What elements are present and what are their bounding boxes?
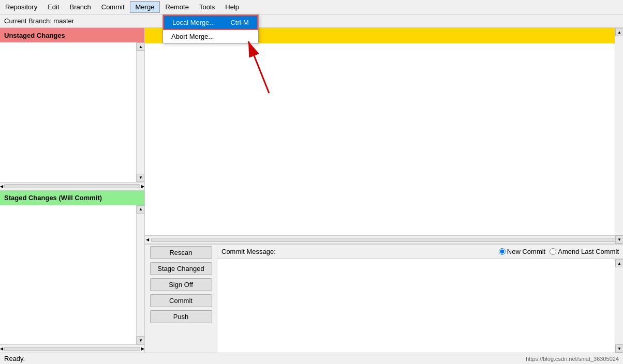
local-merge-shortcut: Ctrl-M: [230, 19, 248, 26]
staged-list-with-scrollbar: ▲ ▼: [0, 205, 144, 345]
commit-msg-content: ▲ ▼: [217, 259, 623, 353]
diff-scroll-up[interactable]: ▲: [615, 28, 623, 36]
unstaged-scroll-up[interactable]: ▲: [137, 42, 144, 51]
local-merge-label: Local Merge...: [172, 19, 215, 26]
diff-scroll-down[interactable]: ▼: [615, 235, 623, 244]
stage-changed-button[interactable]: Stage Changed: [150, 262, 212, 275]
staged-list[interactable]: [0, 205, 136, 345]
commit-button[interactable]: Commit: [150, 294, 212, 307]
rescan-button[interactable]: Rescan: [150, 246, 212, 259]
diff-vscrollbar[interactable]: ▲ ▼: [615, 28, 623, 244]
commit-msg-header: Commit Message: New Commit Amend Last Co…: [217, 245, 623, 259]
menu-branch[interactable]: Branch: [65, 2, 96, 12]
amend-commit-label: Amend Last Commit: [558, 248, 619, 255]
status-text: Ready.: [4, 355, 25, 362]
commit-msg-vscrollbar[interactable]: ▲ ▼: [615, 259, 623, 353]
new-commit-radio[interactable]: [499, 248, 506, 255]
menu-abort-merge[interactable]: Abort Merge...: [163, 30, 258, 43]
staged-section: Staged Changes (Will Commit) ▲ ▼ ◀ ▶: [0, 191, 144, 353]
menu-repository[interactable]: Repository: [0, 2, 42, 12]
right-panel: ▲ ▼ ◀ ▶ Rescan Stage Changed Sign Off Co…: [145, 28, 623, 353]
unstaged-list[interactable]: [0, 42, 136, 182]
menu-edit[interactable]: Edit: [42, 2, 64, 12]
menu-merge[interactable]: Merge: [130, 1, 160, 13]
unstaged-vscrollbar[interactable]: ▲ ▼: [136, 42, 144, 182]
menu-tools[interactable]: Tools: [194, 2, 220, 12]
diff-scroll-track: [615, 36, 623, 235]
statusbar-url: https://blog.csdn.net/sinat_36305024: [526, 356, 619, 362]
amend-commit-radio[interactable]: [550, 248, 556, 255]
current-branch-text: Current Branch: master: [4, 17, 74, 25]
staged-scroll-down[interactable]: ▼: [137, 336, 144, 344]
unstaged-hscroll-left[interactable]: ◀: [0, 184, 3, 189]
diff-hscrollbar[interactable]: ◀ ▶: [145, 235, 623, 244]
main-content: Unstaged Changes ▲ ▼ ◀ ▶ Staged Changes …: [0, 28, 623, 353]
staged-vscrollbar[interactable]: ▲ ▼: [136, 205, 144, 345]
unstaged-hscroll-track[interactable]: [4, 184, 140, 188]
staged-hscrollbar[interactable]: ◀ ▶: [0, 344, 144, 353]
staged-scroll-track: [137, 214, 144, 337]
sign-off-button[interactable]: Sign Off: [150, 278, 212, 291]
staged-hscroll-left[interactable]: ◀: [0, 346, 3, 351]
diff-content: [145, 43, 623, 235]
unstaged-header: Unstaged Changes: [0, 28, 144, 42]
abort-merge-label: Abort Merge...: [171, 33, 214, 40]
unstaged-hscrollbar[interactable]: ◀ ▶: [0, 182, 144, 190]
staged-hscroll-right[interactable]: ▶: [141, 346, 144, 351]
commit-area: Rescan Stage Changed Sign Off Commit Pus…: [145, 244, 623, 353]
commit-scroll-track: [615, 267, 623, 344]
menu-commit[interactable]: Commit: [96, 2, 130, 12]
menubar: Repository Edit Branch Commit Merge Remo…: [0, 0, 623, 14]
commit-scroll-up[interactable]: ▲: [615, 259, 623, 267]
amend-commit-option[interactable]: Amend Last Commit: [550, 248, 619, 255]
menu-help[interactable]: Help: [220, 2, 244, 12]
unstaged-hscroll-right[interactable]: ▶: [141, 184, 144, 189]
merge-dropdown: Local Merge... Ctrl-M Abort Merge...: [162, 14, 259, 43]
push-button[interactable]: Push: [150, 310, 212, 323]
staged-scroll-up[interactable]: ▲: [137, 205, 144, 214]
commit-scroll-down[interactable]: ▼: [615, 344, 623, 353]
statusbar: Ready. https://blog.csdn.net/sinat_36305…: [0, 353, 623, 364]
diff-hscroll-left[interactable]: ◀: [145, 237, 150, 242]
staged-hscroll-track[interactable]: [4, 347, 140, 351]
new-commit-option[interactable]: New Commit: [499, 248, 545, 255]
left-panel: Unstaged Changes ▲ ▼ ◀ ▶ Staged Changes …: [0, 28, 145, 353]
commit-buttons-panel: Rescan Stage Changed Sign Off Commit Pus…: [145, 245, 217, 353]
branch-bar: Current Branch: master: [0, 14, 623, 28]
unstaged-scroll-track: [137, 51, 144, 174]
commit-radio-group: New Commit Amend Last Commit: [499, 248, 619, 255]
staged-list-container: ▲ ▼ ◀ ▶: [0, 205, 144, 353]
new-commit-label: New Commit: [507, 248, 545, 255]
unstaged-scroll-down[interactable]: ▼: [137, 174, 144, 182]
commit-message-area: Commit Message: New Commit Amend Last Co…: [217, 245, 623, 353]
diff-area: ▲ ▼ ◀ ▶: [145, 28, 623, 244]
commit-message-input[interactable]: [217, 259, 623, 353]
menu-local-merge[interactable]: Local Merge... Ctrl-M: [163, 15, 258, 30]
menu-remote[interactable]: Remote: [160, 2, 194, 12]
commit-message-label: Commit Message:: [221, 248, 276, 255]
diff-hscroll-track[interactable]: [151, 238, 617, 242]
unstaged-section: Unstaged Changes ▲ ▼ ◀ ▶: [0, 28, 144, 191]
unstaged-list-container: ▲ ▼: [0, 42, 144, 182]
staged-header: Staged Changes (Will Commit): [0, 191, 144, 205]
